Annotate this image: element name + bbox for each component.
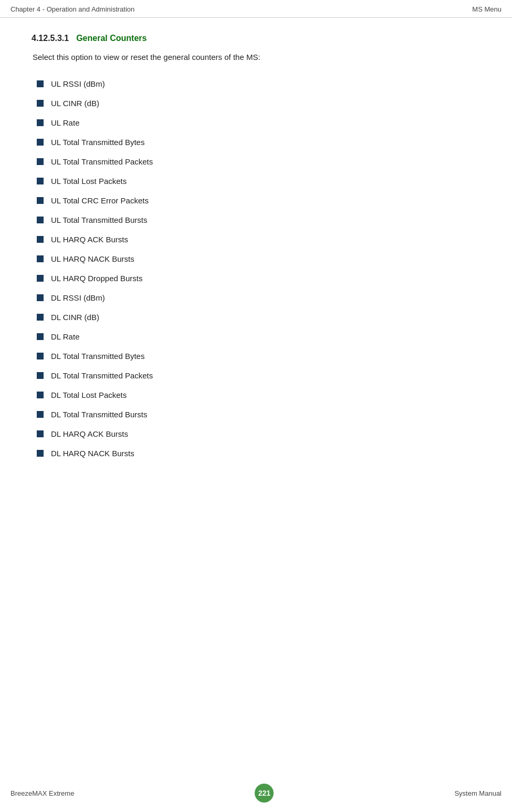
- list-item: DL HARQ NACK Bursts: [32, 444, 480, 463]
- bullet-square-icon: [37, 178, 44, 184]
- bullet-square-icon: [37, 353, 44, 359]
- page-footer: BreezeMAX Extreme 221 System Manual: [0, 784, 512, 803]
- list-item: DL Total Lost Packets: [32, 385, 480, 405]
- list-item-label: UL Total Transmitted Packets: [51, 157, 153, 166]
- section-title: General Counters: [76, 34, 147, 43]
- section-intro: Select this option to view or reset the …: [33, 53, 480, 61]
- list-item-label: DL RSSI (dBm): [51, 293, 105, 302]
- bullet-square-icon: [37, 236, 44, 243]
- bullet-square-icon: [37, 333, 44, 340]
- list-item: UL HARQ NACK Bursts: [32, 249, 480, 269]
- bullet-square-icon: [37, 314, 44, 321]
- list-item: DL Total Transmitted Packets: [32, 366, 480, 385]
- list-item-label: UL HARQ Dropped Bursts: [51, 274, 143, 283]
- list-item-label: UL HARQ NACK Bursts: [51, 254, 134, 263]
- bullet-square-icon: [37, 119, 44, 126]
- list-item-label: DL Total Transmitted Bursts: [51, 410, 147, 419]
- list-item-label: UL Total CRC Error Packets: [51, 196, 149, 205]
- bullet-square-icon: [37, 139, 44, 146]
- list-item-label: UL CINR (dB): [51, 99, 99, 108]
- bullet-square-icon: [37, 450, 44, 457]
- list-item: DL RSSI (dBm): [32, 288, 480, 307]
- bullet-square-icon: [37, 294, 44, 301]
- list-item: UL HARQ ACK Bursts: [32, 230, 480, 249]
- list-item: DL HARQ ACK Bursts: [32, 424, 480, 444]
- page-number: 221: [258, 789, 270, 797]
- list-item-label: UL HARQ ACK Bursts: [51, 235, 128, 244]
- list-item: UL Total Transmitted Bytes: [32, 132, 480, 152]
- list-item: UL Total Transmitted Bursts: [32, 210, 480, 230]
- list-item: DL CINR (dB): [32, 307, 480, 327]
- section-heading: 4.12.5.3.1 General Counters: [32, 34, 480, 43]
- list-item-label: UL Rate: [51, 118, 79, 127]
- list-item: UL HARQ Dropped Bursts: [32, 269, 480, 288]
- list-item: UL Total Transmitted Packets: [32, 152, 480, 171]
- footer-right: System Manual: [454, 789, 501, 797]
- bullet-square-icon: [37, 100, 44, 107]
- list-item-label: DL CINR (dB): [51, 313, 99, 322]
- list-item-label: DL HARQ ACK Bursts: [51, 429, 128, 438]
- header-left: Chapter 4 - Operation and Administration: [11, 5, 134, 13]
- bullet-square-icon: [37, 411, 44, 418]
- list-item: DL Total Transmitted Bursts: [32, 405, 480, 424]
- list-item: DL Total Transmitted Bytes: [32, 346, 480, 366]
- list-item: UL Total CRC Error Packets: [32, 191, 480, 210]
- bullet-square-icon: [37, 372, 44, 379]
- list-item-label: UL Total Transmitted Bytes: [51, 138, 144, 147]
- main-content: 4.12.5.3.1 General Counters Select this …: [0, 18, 512, 505]
- list-item-label: DL Total Lost Packets: [51, 390, 127, 399]
- list-item-label: UL Total Lost Packets: [51, 177, 127, 186]
- bullet-square-icon: [37, 197, 44, 204]
- list-item-label: DL Total Transmitted Packets: [51, 371, 153, 380]
- list-item-label: UL RSSI (dBm): [51, 79, 105, 88]
- header-right: MS Menu: [472, 5, 501, 13]
- list-item-label: DL Total Transmitted Bytes: [51, 352, 144, 361]
- list-item: UL Rate: [32, 113, 480, 132]
- list-item-label: UL Total Transmitted Bursts: [51, 215, 147, 224]
- bullet-square-icon: [37, 275, 44, 282]
- bullet-square-icon: [37, 392, 44, 398]
- list-item-label: DL Rate: [51, 332, 79, 341]
- page-number-badge: 221: [255, 784, 274, 803]
- bullet-square-icon: [37, 430, 44, 437]
- bullet-square-icon: [37, 80, 44, 87]
- list-item: UL RSSI (dBm): [32, 74, 480, 94]
- list-item: UL Total Lost Packets: [32, 171, 480, 191]
- page-header: Chapter 4 - Operation and Administration…: [0, 0, 512, 18]
- bullet-square-icon: [37, 217, 44, 223]
- list-item: DL Rate: [32, 327, 480, 346]
- section-number: 4.12.5.3.1: [32, 34, 69, 43]
- bullet-list: UL RSSI (dBm)UL CINR (dB)UL RateUL Total…: [32, 74, 480, 463]
- list-item-label: DL HARQ NACK Bursts: [51, 449, 134, 458]
- bullet-square-icon: [37, 158, 44, 165]
- list-item: UL CINR (dB): [32, 94, 480, 113]
- footer-left: BreezeMAX Extreme: [11, 789, 74, 797]
- bullet-square-icon: [37, 255, 44, 262]
